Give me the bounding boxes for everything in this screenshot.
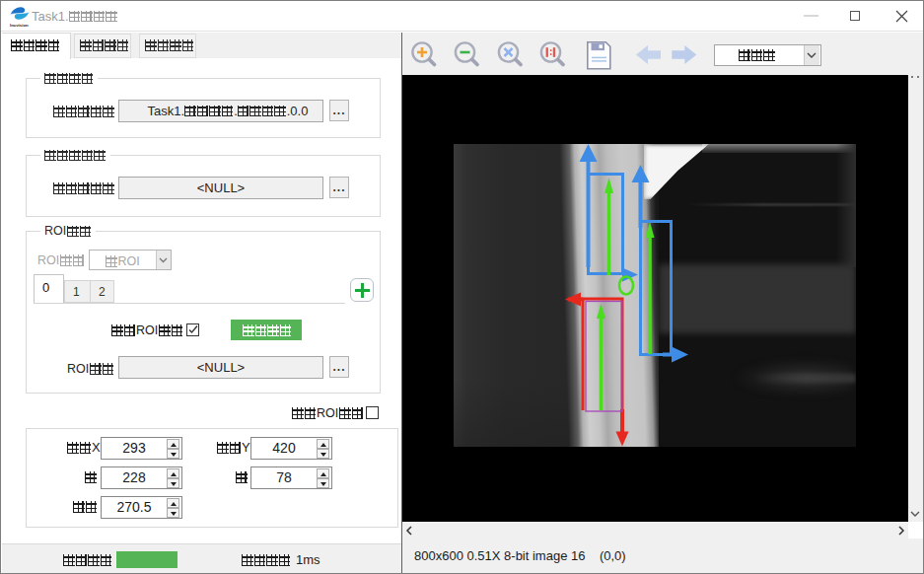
svg-text:lncvision: lncvision: [10, 23, 29, 28]
